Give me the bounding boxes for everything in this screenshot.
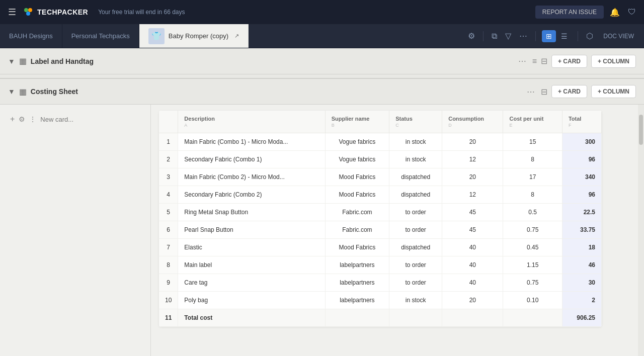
cell-status[interactable]: to order — [389, 256, 442, 274]
new-card-input[interactable] — [40, 116, 140, 123]
cell-consumption[interactable]: 40 — [442, 239, 503, 256]
cell-consumption[interactable]: 40 — [442, 274, 503, 292]
cell-consumption[interactable]: 40 — [442, 256, 503, 274]
cell-consumption[interactable] — [442, 309, 503, 327]
tab-personal-techpacks[interactable]: Personal Techpacks — [62, 24, 139, 48]
cell-status[interactable] — [389, 309, 442, 327]
doc-view-btn[interactable]: DOC VIEW — [599, 31, 638, 42]
cell-description[interactable]: Main Fabric (Combo 2) - Micro Mod... — [178, 168, 325, 186]
cell-description[interactable]: Care tag — [178, 274, 325, 292]
card-settings-icon[interactable]: ⚙ — [19, 115, 25, 123]
cell-description[interactable]: Pearl Snap Button — [178, 221, 325, 239]
cell-cost-per-unit[interactable]: 15 — [503, 133, 562, 151]
tab-bauh-designs[interactable]: BAUH Designs — [0, 24, 62, 48]
cell-cost-per-unit[interactable]: 0.45 — [503, 239, 562, 256]
menu-icon[interactable]: ☰ — [8, 7, 16, 18]
cell-cost-per-unit[interactable]: 0.10 — [503, 292, 562, 309]
cell-description[interactable]: Secondary Fabric (Combo 2) — [178, 186, 325, 204]
add-card-plus-icon[interactable]: + — [10, 115, 15, 124]
section1-collapse-icon[interactable]: ▼ — [8, 57, 15, 65]
row-number: 3 — [159, 168, 178, 186]
section1-list-icon[interactable]: ≡ — [532, 57, 537, 66]
cell-supplier[interactable]: Mood Fabrics — [325, 239, 389, 256]
cell-cost-per-unit[interactable]: 1.15 — [503, 256, 562, 274]
cell-supplier[interactable]: Vogue fabrics — [325, 151, 389, 168]
section2-collapse-icon[interactable]: ▼ — [8, 87, 15, 96]
tab-baby-romper[interactable]: 👕 Baby Romper (copy) ↗ — [139, 24, 249, 48]
cell-description[interactable]: Ring Metal Snap Button — [178, 204, 325, 221]
notification-bell-icon[interactable]: 🔔 — [610, 8, 620, 17]
vertical-scrollbar[interactable] — [638, 105, 644, 356]
copy-icon[interactable]: ⧉ — [490, 30, 499, 43]
cell-description[interactable]: Elastic — [178, 239, 325, 256]
cell-consumption[interactable]: 12 — [442, 186, 503, 204]
report-issue-button[interactable]: REPORT AN ISSUE — [535, 6, 604, 19]
section2-add-card-btn[interactable]: + CARD — [551, 85, 587, 98]
section2-more-icon[interactable]: ⋯ — [525, 85, 537, 99]
cell-description[interactable]: Secondary Fabric (Combo 1) — [178, 151, 325, 168]
cell-cost-per-unit[interactable]: 8 — [503, 186, 562, 204]
cell-status[interactable]: in stock — [389, 151, 442, 168]
cell-supplier[interactable]: labelpartners — [325, 256, 389, 274]
cell-consumption[interactable]: 12 — [442, 151, 503, 168]
cell-description[interactable]: Total cost — [178, 309, 325, 327]
table-row: 4 Secondary Fabric (Combo 2) Mood Fabric… — [159, 186, 602, 204]
cell-status[interactable]: dispatched — [389, 168, 442, 186]
section1-add-card-btn[interactable]: + CARD — [551, 55, 587, 68]
cell-supplier[interactable]: Mood Fabrics — [325, 186, 389, 204]
cell-cost-per-unit[interactable]: 8 — [503, 151, 562, 168]
cell-cost-per-unit[interactable]: 0.75 — [503, 274, 562, 292]
settings-gear-icon[interactable]: ⚙ — [466, 29, 477, 43]
logo: TECHPACKER — [22, 6, 88, 18]
card-more-icon[interactable]: ⋮ — [29, 115, 36, 123]
cell-status[interactable]: in stock — [389, 292, 442, 309]
cell-total: 33.75 — [562, 221, 601, 239]
section1-split-icon[interactable]: ⊟ — [541, 56, 547, 66]
cell-consumption[interactable]: 45 — [442, 204, 503, 221]
filter-icon[interactable]: ▽ — [503, 29, 513, 43]
cell-supplier[interactable] — [325, 309, 389, 327]
more-options-icon[interactable]: ⋯ — [517, 29, 529, 43]
grid-view-btn[interactable]: ⊞ — [542, 30, 556, 42]
new-card-row: + ⚙ ⋮ — [6, 111, 144, 128]
section1-add-column-btn[interactable]: + COLUMN — [591, 55, 636, 68]
cell-cost-per-unit[interactable]: 17 — [503, 168, 562, 186]
cell-supplier[interactable]: labelpartners — [325, 292, 389, 309]
cell-supplier[interactable]: Fabric.com — [325, 204, 389, 221]
cell-supplier[interactable]: Vogue fabrics — [325, 133, 389, 151]
cell-total: 2 — [562, 292, 601, 309]
cell-supplier[interactable]: Fabric.com — [325, 221, 389, 239]
cell-cost-per-unit[interactable]: 0.5 — [503, 204, 562, 221]
cell-description[interactable]: Main label — [178, 256, 325, 274]
cell-supplier[interactable]: Mood Fabrics — [325, 168, 389, 186]
section2-split-icon[interactable]: ⊟ — [541, 87, 547, 97]
cell-consumption[interactable]: 45 — [442, 221, 503, 239]
cell-status[interactable]: to order — [389, 204, 442, 221]
section1-grid-icon: ▦ — [19, 56, 27, 66]
shield-icon[interactable]: 🛡 — [628, 8, 636, 17]
cell-consumption[interactable]: 20 — [442, 292, 503, 309]
cell-cost-per-unit[interactable]: 0.75 — [503, 221, 562, 239]
table-row: 3 Main Fabric (Combo 2) - Micro Mod... M… — [159, 168, 602, 186]
cell-consumption[interactable]: 20 — [442, 133, 503, 151]
cell-status[interactable]: dispatched — [389, 186, 442, 204]
cell-description[interactable]: Poly bag — [178, 292, 325, 309]
cell-consumption[interactable]: 20 — [442, 168, 503, 186]
cell-status[interactable]: to order — [389, 221, 442, 239]
horizontal-scrollbar[interactable] — [0, 74, 644, 78]
navbar: ☰ TECHPACKER Your free trial will end in… — [0, 0, 644, 24]
cell-status[interactable]: dispatched — [389, 239, 442, 256]
cell-status[interactable]: to order — [389, 274, 442, 292]
list-view-btn[interactable]: ☰ — [557, 30, 572, 42]
row-number: 9 — [159, 274, 178, 292]
cell-description[interactable]: Main Fabric (Combo 1) - Micro Moda... — [178, 133, 325, 151]
cell-cost-per-unit[interactable] — [503, 309, 562, 327]
layers-icon[interactable]: ⬡ — [584, 29, 595, 43]
cell-total: 96 — [562, 151, 601, 168]
section2-add-column-btn[interactable]: + COLUMN — [591, 85, 636, 98]
cell-supplier[interactable]: labelpartners — [325, 274, 389, 292]
row-number: 2 — [159, 151, 178, 168]
cell-status[interactable]: in stock — [389, 133, 442, 151]
row-number: 4 — [159, 186, 178, 204]
section1-more-icon[interactable]: ⋯ — [516, 54, 528, 68]
